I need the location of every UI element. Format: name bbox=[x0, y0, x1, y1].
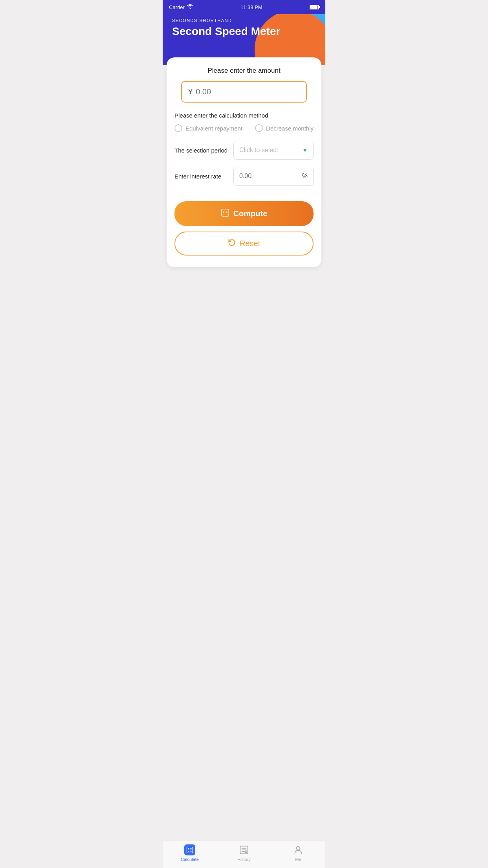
amount-input-wrapper[interactable]: ¥ bbox=[181, 81, 307, 103]
dropdown-arrow-icon: ▼ bbox=[302, 147, 308, 153]
compute-label: Compute bbox=[233, 209, 268, 218]
period-select[interactable]: Click to select ▼ bbox=[233, 141, 314, 160]
period-label: The selection period bbox=[174, 147, 233, 154]
buttons-section: Compute Reset bbox=[174, 201, 314, 256]
status-bar-left: Carrier bbox=[169, 4, 193, 10]
percent-symbol: % bbox=[302, 173, 308, 180]
svg-rect-0 bbox=[221, 209, 228, 216]
wifi-icon bbox=[187, 4, 193, 10]
interest-row: Enter interest rate % bbox=[174, 167, 314, 186]
radio-circle-1 bbox=[174, 124, 182, 132]
interest-label: Enter interest rate bbox=[174, 173, 233, 180]
currency-symbol: ¥ bbox=[188, 87, 193, 96]
reset-button[interactable]: Reset bbox=[174, 232, 314, 256]
interest-input-wrapper[interactable]: % bbox=[233, 167, 314, 186]
app-subtitle: SECONDS SHORTHAND bbox=[172, 18, 316, 23]
amount-label: Please enter the amount bbox=[174, 67, 314, 75]
reset-icon bbox=[228, 239, 236, 248]
interest-rate-input[interactable] bbox=[239, 173, 302, 180]
main-card: Please enter the amount ¥ Please enter t… bbox=[167, 57, 321, 267]
radio-equivalent[interactable]: Equivalent repayment bbox=[174, 124, 242, 132]
radio-label-2: Decrease monthly bbox=[266, 125, 314, 132]
app-title: Second Speed Meter bbox=[172, 25, 316, 38]
compute-button[interactable]: Compute bbox=[174, 201, 314, 226]
amount-input[interactable] bbox=[196, 87, 300, 96]
reset-label: Reset bbox=[240, 239, 260, 248]
time-display: 11:38 PM bbox=[240, 4, 262, 10]
carrier-text: Carrier bbox=[169, 4, 185, 10]
period-placeholder: Click to select bbox=[239, 147, 278, 154]
radio-decrease[interactable]: Decrease monthly bbox=[255, 124, 314, 132]
radio-circle-2 bbox=[255, 124, 263, 132]
method-label: Please enter the calculation method bbox=[174, 112, 314, 119]
compute-icon bbox=[221, 208, 229, 219]
period-row: The selection period Click to select ▼ bbox=[174, 141, 314, 160]
radio-group: Equivalent repayment Decrease monthly bbox=[174, 124, 314, 132]
status-bar: Carrier 11:38 PM bbox=[163, 0, 325, 14]
radio-label-1: Equivalent repayment bbox=[185, 125, 242, 132]
battery-icon bbox=[310, 5, 319, 9]
